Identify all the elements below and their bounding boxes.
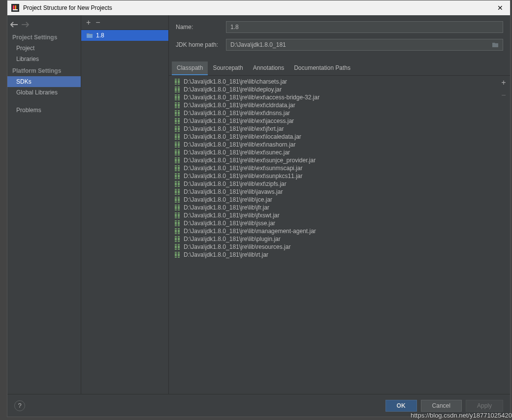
apply-button[interactable]: Apply xyxy=(466,400,503,412)
svg-rect-50 xyxy=(178,165,180,171)
svg-rect-67 xyxy=(175,198,180,198)
close-button[interactable]: ✕ xyxy=(494,3,506,13)
classpath-entry[interactable]: D:\Java\jdk1.8.0_181\jre\lib\ext\access-… xyxy=(169,93,497,101)
add-classpath-button[interactable]: + xyxy=(501,79,506,87)
classpath-entry[interactable]: D:\Java\jdk1.8.0_181\jre\lib\javaws.jar xyxy=(169,188,497,196)
sidebar-item-project[interactable]: Project xyxy=(7,43,81,54)
tab-documentation-paths[interactable]: Documentation Paths xyxy=(289,61,355,75)
classpath-entry[interactable]: D:\Java\jdk1.8.0_181\jre\lib\ext\cldrdat… xyxy=(169,101,497,109)
svg-rect-55 xyxy=(175,174,180,175)
svg-rect-96 xyxy=(175,256,180,257)
classpath-entry[interactable]: D:\Java\jdk1.8.0_181\jre\lib\ext\sunpkcs… xyxy=(169,172,497,180)
classpath-entry[interactable]: D:\Java\jdk1.8.0_181\jre\lib\ext\nashorn… xyxy=(169,141,497,149)
classpath-entry[interactable]: D:\Java\jdk1.8.0_181\jre\lib\jce.jar xyxy=(169,196,497,204)
svg-rect-70 xyxy=(178,205,180,210)
classpath-entry-path: D:\Java\jdk1.8.0_181\jre\lib\jfr.jar xyxy=(184,204,269,211)
sidebar-item-sdks[interactable]: SDKs xyxy=(7,76,81,87)
svg-rect-22 xyxy=(178,110,180,116)
classpath-entry[interactable]: D:\Java\jdk1.8.0_181\jre\lib\jfxswt.jar xyxy=(169,211,497,219)
classpath-entry[interactable]: D:\Java\jdk1.8.0_181\jre\lib\ext\sunmsca… xyxy=(169,164,497,172)
classpath-entry-path: D:\Java\jdk1.8.0_181\jre\lib\jfxswt.jar xyxy=(184,212,280,219)
nav-forward-icon[interactable] xyxy=(21,22,29,28)
svg-rect-27 xyxy=(175,119,180,120)
jar-icon xyxy=(174,165,181,172)
classpath-entry[interactable]: D:\Java\jdk1.8.0_181\jre\lib\ext\jaccess… xyxy=(169,117,497,125)
name-label: Name: xyxy=(176,24,226,30)
classpath-entry-path: D:\Java\jdk1.8.0_181\jre\lib\charsets.ja… xyxy=(184,78,287,85)
svg-rect-39 xyxy=(175,143,180,143)
svg-rect-46 xyxy=(178,157,180,163)
classpath-entry[interactable]: D:\Java\jdk1.8.0_181\jre\lib\ext\dnsns.j… xyxy=(169,109,497,117)
sidebar-toolbar xyxy=(7,18,81,31)
sidebar-item-problems[interactable]: Problems xyxy=(7,105,81,116)
classpath-entry-path: D:\Java\jdk1.8.0_181\jre\lib\ext\nashorn… xyxy=(184,141,295,148)
tab-sourcepath[interactable]: Sourcepath xyxy=(208,61,248,75)
classpath-entry[interactable]: D:\Java\jdk1.8.0_181\jre\lib\ext\sunec.j… xyxy=(169,149,497,156)
svg-rect-44 xyxy=(175,154,180,154)
add-sdk-button[interactable]: + xyxy=(86,19,91,27)
cancel-button[interactable]: Cancel xyxy=(421,400,462,412)
svg-rect-35 xyxy=(175,135,180,135)
classpath-entry[interactable]: D:\Java\jdk1.8.0_181\jre\lib\rt.jar xyxy=(169,251,497,259)
classpath-entry-path: D:\Java\jdk1.8.0_181\jre\lib\ext\sunmsca… xyxy=(184,165,302,172)
sidebar-item-libraries[interactable]: Libraries xyxy=(7,54,81,64)
classpath-entry[interactable]: D:\Java\jdk1.8.0_181\jre\lib\ext\localed… xyxy=(169,133,497,141)
sidebar-heading: Platform Settings xyxy=(7,64,81,76)
help-button[interactable]: ? xyxy=(14,400,25,411)
svg-rect-93 xyxy=(175,252,177,258)
browse-folder-icon[interactable] xyxy=(492,42,499,48)
name-input[interactable]: 1.8 xyxy=(226,21,503,33)
nav-back-icon[interactable] xyxy=(10,22,18,28)
sdk-list-panel: + − 1.8 xyxy=(81,15,169,394)
svg-rect-69 xyxy=(175,205,177,210)
jar-icon xyxy=(174,251,181,258)
sidebar-item-global-libraries[interactable]: Global Libraries xyxy=(7,87,81,98)
svg-rect-45 xyxy=(175,157,177,163)
ok-button[interactable]: OK xyxy=(385,400,417,412)
main-area: Project SettingsProjectLibrariesPlatform… xyxy=(7,15,510,394)
svg-rect-95 xyxy=(175,253,180,253)
jar-icon xyxy=(174,133,181,140)
path-input[interactable]: D:\Java\jdk1.8.0_181 xyxy=(226,39,503,51)
tab-classpath[interactable]: Classpath xyxy=(172,61,208,75)
classpath-entry[interactable]: D:\Java\jdk1.8.0_181\jre\lib\deploy.jar xyxy=(169,86,497,93)
svg-rect-66 xyxy=(178,197,180,203)
app-icon xyxy=(11,4,19,12)
svg-rect-3 xyxy=(13,9,18,10)
svg-rect-14 xyxy=(178,94,180,100)
classpath-entry-path: D:\Java\jdk1.8.0_181\jre\lib\ext\zipfs.j… xyxy=(184,180,287,187)
svg-rect-6 xyxy=(178,79,180,85)
svg-rect-86 xyxy=(178,236,180,242)
classpath-entry[interactable]: D:\Java\jdk1.8.0_181\jre\lib\resources.j… xyxy=(169,243,497,251)
svg-rect-68 xyxy=(175,201,180,202)
classpath-entry[interactable]: D:\Java\jdk1.8.0_181\jre\lib\plugin.jar xyxy=(169,235,497,243)
jar-icon xyxy=(174,110,181,117)
svg-rect-30 xyxy=(178,126,180,132)
classpath-entry-path: D:\Java\jdk1.8.0_181\jre\lib\ext\localed… xyxy=(184,133,301,140)
classpath-entry[interactable]: D:\Java\jdk1.8.0_181\jre\lib\jfr.jar xyxy=(169,204,497,211)
svg-rect-63 xyxy=(175,190,180,190)
jar-icon xyxy=(174,173,181,180)
tab-annotations[interactable]: Annotations xyxy=(248,61,289,75)
svg-rect-8 xyxy=(175,83,180,84)
remove-sdk-button[interactable]: − xyxy=(96,19,100,27)
svg-rect-58 xyxy=(178,181,180,187)
classpath-entry[interactable]: D:\Java\jdk1.8.0_181\jre\lib\ext\jfxrt.j… xyxy=(169,125,497,133)
svg-rect-57 xyxy=(175,181,177,187)
classpath-list[interactable]: D:\Java\jdk1.8.0_181\jre\lib\charsets.ja… xyxy=(169,76,497,394)
svg-rect-18 xyxy=(178,102,180,108)
svg-rect-4 xyxy=(87,34,93,38)
remove-classpath-button[interactable]: − xyxy=(501,91,506,99)
sdk-item[interactable]: 1.8 xyxy=(81,30,168,41)
classpath-entry[interactable]: D:\Java\jdk1.8.0_181\jre\lib\jsse.jar xyxy=(169,219,497,227)
svg-rect-37 xyxy=(175,142,177,148)
sdk-toolbar: + − xyxy=(81,15,168,30)
classpath-entry[interactable]: D:\Java\jdk1.8.0_181\jre\lib\management-… xyxy=(169,227,497,235)
svg-rect-10 xyxy=(178,87,180,92)
classpath-entry[interactable]: D:\Java\jdk1.8.0_181\jre\lib\charsets.ja… xyxy=(169,78,497,86)
classpath-entry[interactable]: D:\Java\jdk1.8.0_181\jre\lib\ext\sunjce_… xyxy=(169,156,497,164)
svg-rect-62 xyxy=(178,189,180,195)
svg-rect-72 xyxy=(175,209,180,210)
svg-rect-74 xyxy=(178,212,180,218)
classpath-entry[interactable]: D:\Java\jdk1.8.0_181\jre\lib\ext\zipfs.j… xyxy=(169,180,497,188)
